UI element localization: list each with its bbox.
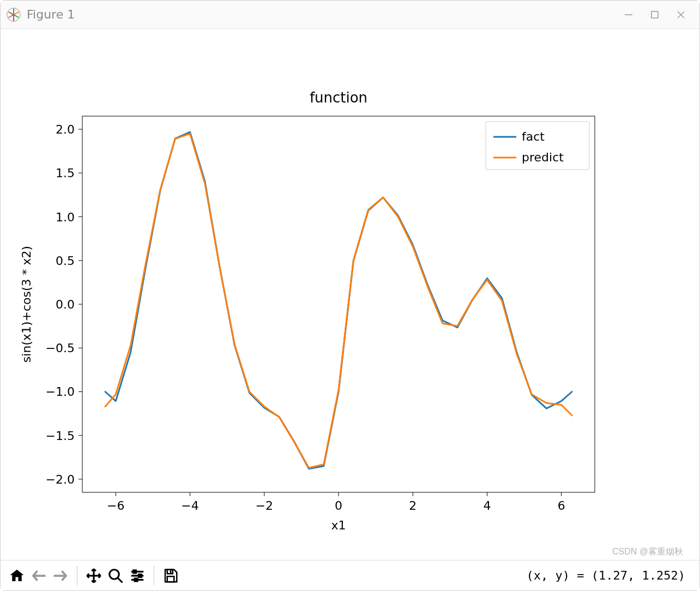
svg-line-47 bbox=[118, 577, 123, 582]
svg-text:predict: predict bbox=[522, 150, 564, 164]
forward-button[interactable] bbox=[50, 565, 71, 587]
plot-area[interactable]: −6−4−20246−2.0−1.5−1.0−0.50.00.51.01.52.… bbox=[1, 29, 699, 560]
svg-text:−2: −2 bbox=[256, 499, 273, 512]
svg-rect-52 bbox=[139, 574, 142, 577]
svg-text:1.5: 1.5 bbox=[56, 166, 75, 180]
svg-rect-2 bbox=[651, 11, 658, 18]
toolbar-divider bbox=[77, 566, 77, 586]
zoom-button[interactable] bbox=[105, 565, 126, 587]
svg-rect-55 bbox=[167, 576, 174, 582]
svg-text:function: function bbox=[310, 89, 367, 106]
figure-window: Figure 1 −6−4−20246−2.0−1.5−1.0−0.50.00.… bbox=[0, 0, 700, 591]
svg-text:fact: fact bbox=[522, 130, 545, 143]
svg-text:0: 0 bbox=[335, 499, 342, 512]
svg-rect-51 bbox=[134, 570, 136, 573]
svg-text:1.0: 1.0 bbox=[56, 210, 75, 224]
close-button[interactable] bbox=[668, 4, 694, 26]
svg-text:4: 4 bbox=[483, 499, 491, 512]
svg-text:2.0: 2.0 bbox=[56, 123, 75, 136]
maximize-button[interactable] bbox=[642, 4, 668, 26]
svg-text:0.0: 0.0 bbox=[56, 298, 75, 311]
svg-text:0.5: 0.5 bbox=[56, 254, 75, 268]
toolbar-divider bbox=[154, 566, 154, 586]
home-button[interactable] bbox=[6, 565, 28, 587]
svg-text:sin(x1)+cos(3 * x2): sin(x1)+cos(3 * x2) bbox=[20, 246, 33, 363]
minimize-button[interactable] bbox=[615, 4, 642, 26]
coord-readout: (x, y) = (1.27, 1.252) bbox=[527, 569, 694, 582]
configure-button[interactable] bbox=[126, 565, 148, 587]
window-title: Figure 1 bbox=[27, 8, 75, 21]
svg-rect-5 bbox=[82, 116, 595, 492]
svg-text:x1: x1 bbox=[331, 518, 346, 532]
back-button[interactable] bbox=[28, 565, 50, 587]
svg-rect-53 bbox=[135, 578, 137, 581]
titlebar[interactable]: Figure 1 bbox=[1, 1, 699, 29]
svg-text:2: 2 bbox=[409, 499, 417, 512]
pan-button[interactable] bbox=[83, 565, 105, 587]
svg-text:6: 6 bbox=[558, 499, 565, 512]
svg-text:−0.5: −0.5 bbox=[46, 341, 75, 355]
save-button[interactable] bbox=[160, 565, 182, 587]
matplotlib-icon bbox=[6, 7, 21, 22]
svg-text:−2.0: −2.0 bbox=[46, 473, 75, 486]
svg-text:−6: −6 bbox=[107, 499, 124, 512]
svg-point-46 bbox=[110, 569, 119, 579]
svg-text:−4: −4 bbox=[181, 499, 198, 512]
svg-text:−1.5: −1.5 bbox=[46, 429, 75, 443]
svg-text:−1.0: −1.0 bbox=[46, 385, 75, 399]
nav-toolbar: (x, y) = (1.27, 1.252) bbox=[1, 560, 699, 590]
